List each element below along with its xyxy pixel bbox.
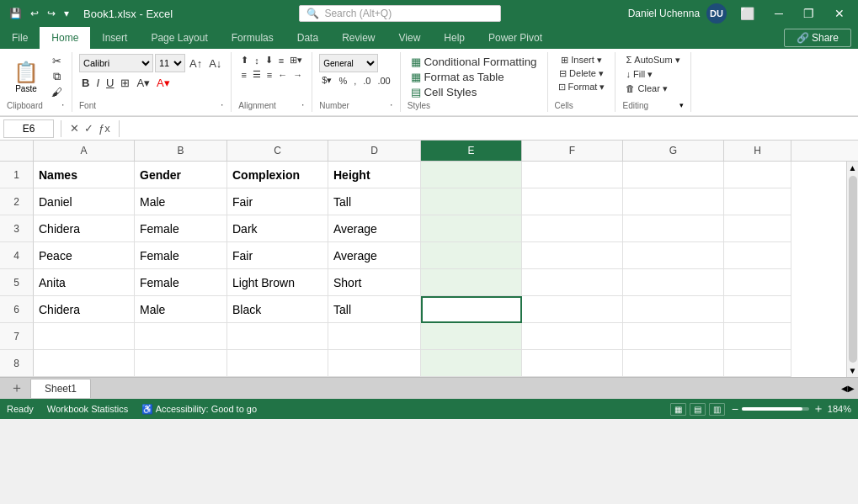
cell-G8[interactable] xyxy=(623,350,724,377)
cell-E1[interactable] xyxy=(421,162,522,188)
normal-view-button[interactable]: ▦ xyxy=(670,403,686,416)
page-break-view-button[interactable]: ▥ xyxy=(709,403,725,416)
col-header-A[interactable]: A xyxy=(34,141,135,161)
scroll-up-button[interactable]: ▲ xyxy=(847,162,858,174)
cell-C5[interactable]: Light Brown xyxy=(227,269,328,296)
cell-A8[interactable] xyxy=(34,350,135,377)
tab-formulas[interactable]: Formulas xyxy=(220,27,285,49)
paste-button[interactable]: 📋 Paste xyxy=(7,57,45,97)
ribbon-collapse-button[interactable]: ⬜ xyxy=(733,5,761,22)
cell-D3[interactable]: Average xyxy=(328,215,421,242)
tab-file[interactable]: File xyxy=(0,27,40,49)
cell-A6[interactable]: Chidera xyxy=(34,296,135,323)
cell-H4[interactable] xyxy=(724,242,791,269)
cell-C6[interactable]: Black xyxy=(227,296,328,323)
scroll-down-button[interactable]: ▼ xyxy=(847,364,858,377)
tab-home[interactable]: Home xyxy=(40,27,90,49)
cell-D5[interactable]: Short xyxy=(328,269,421,296)
cell-G7[interactable] xyxy=(623,323,724,350)
cell-B5[interactable]: Female xyxy=(135,269,227,296)
cell-B2[interactable]: Male xyxy=(135,188,227,215)
cell-D6[interactable]: Tall xyxy=(328,296,421,323)
copy-button[interactable]: ⧉ xyxy=(49,69,65,84)
border-button[interactable]: ⊞ xyxy=(118,76,132,90)
increase-font-button[interactable]: A↑ xyxy=(187,56,205,71)
zoom-out-button[interactable]: − xyxy=(732,402,738,416)
page-layout-view-button[interactable]: ▤ xyxy=(690,403,706,416)
bold-button[interactable]: B xyxy=(79,76,92,90)
cell-H5[interactable] xyxy=(724,269,791,296)
cut-button[interactable]: ✂ xyxy=(49,54,65,68)
cell-styles-button[interactable]: ▤ Cell Styles xyxy=(408,85,541,99)
cell-D4[interactable]: Average xyxy=(328,242,421,269)
tab-view[interactable]: View xyxy=(387,27,433,49)
row-header-2[interactable]: 2 xyxy=(0,188,34,215)
cell-F8[interactable] xyxy=(522,350,623,377)
font-color-button[interactable]: A▾ xyxy=(154,76,173,90)
cell-A7[interactable] xyxy=(34,323,135,350)
fill-color-button[interactable]: A▾ xyxy=(134,76,152,90)
align-middle-button[interactable]: ↕ xyxy=(252,54,262,66)
cell-C8[interactable] xyxy=(227,350,328,377)
accounting-button[interactable]: $▾ xyxy=(319,74,334,87)
tab-review[interactable]: Review xyxy=(330,27,386,49)
restore-button[interactable]: ❐ xyxy=(797,5,821,22)
cell-H7[interactable] xyxy=(724,323,791,350)
italic-button[interactable]: I xyxy=(93,76,102,90)
minimize-button[interactable]: ─ xyxy=(768,5,790,22)
add-sheet-button[interactable]: ＋ xyxy=(3,379,30,397)
cell-D1[interactable]: Height xyxy=(328,162,421,188)
cell-E7[interactable] xyxy=(421,323,522,350)
merge-center-button[interactable]: ⊞▾ xyxy=(287,54,305,66)
cell-D7[interactable] xyxy=(328,323,421,350)
vertical-scrollbar[interactable]: ▲ ▼ xyxy=(846,162,858,377)
workbook-statistics[interactable]: Workbook Statistics xyxy=(47,404,128,414)
decrease-font-button[interactable]: A↓ xyxy=(206,56,224,71)
cell-E6[interactable] xyxy=(421,296,522,323)
cell-E4[interactable] xyxy=(421,242,522,269)
cell-E8[interactable] xyxy=(421,350,522,377)
clear-button[interactable]: 🗑 Clear ▾ xyxy=(622,82,670,95)
cell-E3[interactable] xyxy=(421,215,522,242)
scroll-thumb[interactable] xyxy=(849,176,857,363)
insert-button[interactable]: ⊞ Insert ▾ xyxy=(555,54,609,66)
share-button[interactable]: 🔗 Share xyxy=(784,29,851,47)
cell-G6[interactable] xyxy=(623,296,724,323)
tab-data[interactable]: Data xyxy=(285,27,330,49)
clipboard-dialog-launcher[interactable]: ⬝ xyxy=(61,101,65,109)
cell-C1[interactable]: Complexion xyxy=(227,162,328,188)
user-avatar[interactable]: DU xyxy=(706,3,727,24)
cell-H8[interactable] xyxy=(724,350,791,377)
cell-A4[interactable]: Peace xyxy=(34,242,135,269)
cell-G4[interactable] xyxy=(623,242,724,269)
conditional-formatting-button[interactable]: ▦ Conditional Formatting xyxy=(408,55,541,69)
cell-D2[interactable]: Tall xyxy=(328,188,421,215)
cell-F6[interactable] xyxy=(522,296,623,323)
close-button[interactable]: ✕ xyxy=(828,5,851,22)
cell-F7[interactable] xyxy=(522,323,623,350)
align-top-button[interactable]: ⬆ xyxy=(238,54,251,66)
decrease-decimal-button[interactable]: .0 xyxy=(360,74,373,87)
percent-button[interactable]: % xyxy=(336,74,349,87)
row-header-1[interactable]: 1 xyxy=(0,162,34,188)
cell-F1[interactable] xyxy=(522,162,623,188)
font-size-select[interactable]: 11 xyxy=(155,54,185,72)
tab-page-layout[interactable]: Page Layout xyxy=(139,27,219,49)
undo-button[interactable]: ↩ xyxy=(28,6,41,21)
insert-function-button[interactable]: ƒx xyxy=(97,122,112,135)
cell-H2[interactable] xyxy=(724,188,791,215)
editing-collapse[interactable]: ▾ xyxy=(679,101,684,109)
cell-A2[interactable]: Daniel xyxy=(34,188,135,215)
cell-H6[interactable] xyxy=(724,296,791,323)
decrease-indent-button[interactable]: ← xyxy=(275,68,290,81)
cell-B7[interactable] xyxy=(135,323,227,350)
row-header-3[interactable]: 3 xyxy=(0,215,34,242)
align-center-button[interactable]: ☰ xyxy=(250,68,264,81)
cell-D8[interactable] xyxy=(328,350,421,377)
cell-C4[interactable]: Fair xyxy=(227,242,328,269)
zoom-in-button[interactable]: ＋ xyxy=(813,401,824,416)
format-painter-button[interactable]: 🖌 xyxy=(49,85,65,99)
cell-G3[interactable] xyxy=(623,215,724,242)
fill-button[interactable]: ↓ Fill ▾ xyxy=(622,68,656,81)
cell-B1[interactable]: Gender xyxy=(135,162,227,188)
